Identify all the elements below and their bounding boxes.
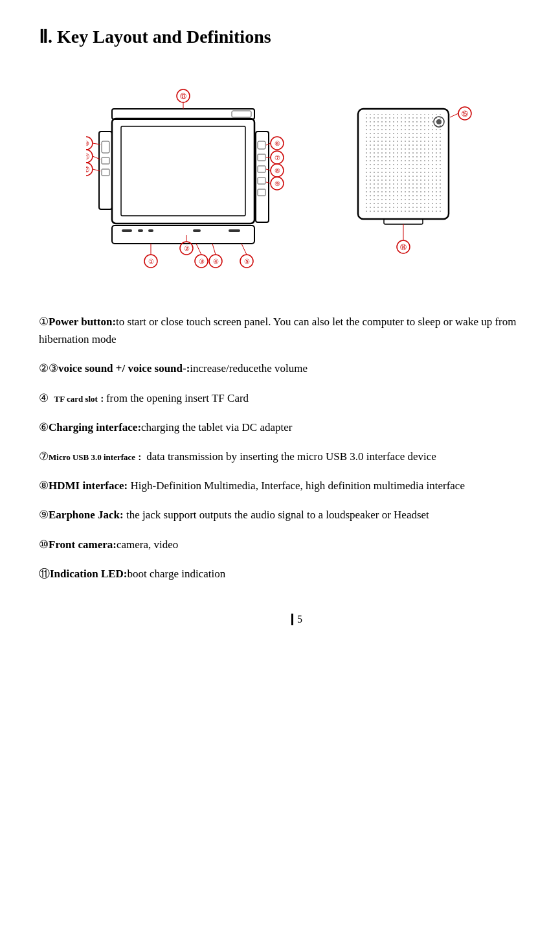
text-charging: charging the tablet via DC adapter xyxy=(141,421,292,433)
svg-rect-15 xyxy=(258,166,265,172)
label-camera: Front camera: xyxy=(49,538,117,551)
svg-text:⑪: ⑪ xyxy=(86,153,89,160)
item-power-button: ①Power button:to start or close touch sc… xyxy=(39,313,521,348)
svg-text:⑮: ⑮ xyxy=(462,110,468,117)
num-9: ⑨ xyxy=(39,509,49,521)
item-usb: ⑦Micro USB 3.0 interface： data transmiss… xyxy=(39,448,521,465)
item-charging: ⑥Charging interface:charging the tablet … xyxy=(39,419,521,436)
item-led: ⑪Indication LED:boot charge indication xyxy=(39,565,521,583)
num-6: ⑥ xyxy=(39,421,49,433)
svg-rect-61 xyxy=(363,114,443,214)
item-voice: ②③voice sound +/ voice sound-:increase/r… xyxy=(39,360,521,377)
label-earphone: Earphone Jack: xyxy=(49,509,124,521)
page-title: Ⅱ. Key Layout and Definitions xyxy=(39,26,521,47)
svg-line-31 xyxy=(212,244,216,255)
num-8: ⑧ xyxy=(39,479,49,492)
svg-rect-3 xyxy=(148,229,153,232)
svg-text:⑫: ⑫ xyxy=(86,166,89,173)
label-hdmi: HDMI interface: xyxy=(49,479,128,492)
svg-text:⑬: ⑬ xyxy=(180,93,186,100)
svg-text:⑦: ⑦ xyxy=(274,154,280,161)
svg-text:④: ④ xyxy=(212,258,218,265)
num-7: ⑦ xyxy=(39,450,49,463)
item-hdmi: ⑧HDMI interface: High-Definition Multime… xyxy=(39,477,521,494)
text-tf: from the opening insert TF Card xyxy=(106,392,249,404)
num-4: ④ xyxy=(39,392,54,404)
text-voice: increase/reducethe volume xyxy=(190,362,308,375)
num-10: ⑩ xyxy=(39,538,49,551)
page-number: 5 xyxy=(291,614,302,625)
label-led: Indication LED: xyxy=(50,568,128,580)
text-hdmi: High-Definition Multimedia, Interface, h… xyxy=(128,479,465,492)
svg-rect-19 xyxy=(232,111,251,117)
content-section: ①Power button:to start or close touch sc… xyxy=(39,313,521,583)
svg-line-28 xyxy=(196,244,201,255)
svg-rect-17 xyxy=(258,189,265,196)
text-camera: camera, video xyxy=(117,538,178,551)
svg-rect-7 xyxy=(121,126,245,216)
svg-text:①: ① xyxy=(148,258,153,265)
num-1: ① xyxy=(39,316,49,328)
svg-text:⑤: ⑤ xyxy=(243,258,249,265)
svg-rect-14 xyxy=(258,154,265,161)
text-earphone: the jack support outputs the audio signa… xyxy=(124,509,429,521)
tablet-back-diagram: ⑭ ⑮ xyxy=(345,73,475,281)
svg-rect-4 xyxy=(193,229,201,232)
svg-rect-9 xyxy=(102,141,109,153)
diagram-area: ① ② ③ ④ ⑤ ⑥ ⑦ ⑧ ⑨ ⑩ xyxy=(39,67,521,287)
svg-rect-10 xyxy=(102,157,109,164)
svg-text:③: ③ xyxy=(198,258,204,265)
item-front-camera: ⑩Front camera:camera, video xyxy=(39,536,521,553)
label-usb: Micro USB 3.0 interface： xyxy=(49,452,144,462)
svg-text:⑩: ⑩ xyxy=(86,140,89,147)
svg-line-34 xyxy=(241,244,247,255)
label-power: Power button: xyxy=(49,316,116,328)
svg-text:⑨: ⑨ xyxy=(274,180,280,187)
svg-text:⑥: ⑥ xyxy=(274,140,280,147)
svg-rect-11 xyxy=(102,169,109,176)
svg-rect-18 xyxy=(112,109,254,119)
svg-rect-2 xyxy=(138,229,143,232)
text-led: boot charge indication xyxy=(128,568,226,580)
svg-rect-0 xyxy=(112,225,254,244)
label-tf: TF card slot： xyxy=(54,394,106,404)
svg-text:②: ② xyxy=(183,245,189,252)
num-11: ⑪ xyxy=(39,568,50,580)
label-voice: voice sound +/ voice sound-: xyxy=(58,362,190,375)
text-usb: data transmission by inserting the micro… xyxy=(144,450,436,463)
svg-rect-5 xyxy=(229,229,240,232)
tablet-front-diagram: ① ② ③ ④ ⑤ ⑥ ⑦ ⑧ ⑨ ⑩ xyxy=(86,73,306,281)
svg-rect-6 xyxy=(112,119,254,224)
item-tf-card: ④ TF card slot：from the opening insert T… xyxy=(39,389,521,407)
item-earphone: ⑨Earphone Jack: the jack support outputs… xyxy=(39,506,521,524)
label-charging: Charging interface: xyxy=(49,421,141,433)
num-23: ②③ xyxy=(39,362,58,375)
page-number-container: 5 xyxy=(39,594,521,625)
svg-rect-16 xyxy=(258,178,265,184)
svg-text:⑭: ⑭ xyxy=(400,244,407,251)
svg-text:⑧: ⑧ xyxy=(274,167,280,174)
svg-rect-8 xyxy=(99,132,112,209)
svg-rect-13 xyxy=(258,141,265,149)
svg-point-63 xyxy=(436,119,442,124)
svg-rect-1 xyxy=(122,229,132,232)
svg-line-70 xyxy=(450,113,458,117)
